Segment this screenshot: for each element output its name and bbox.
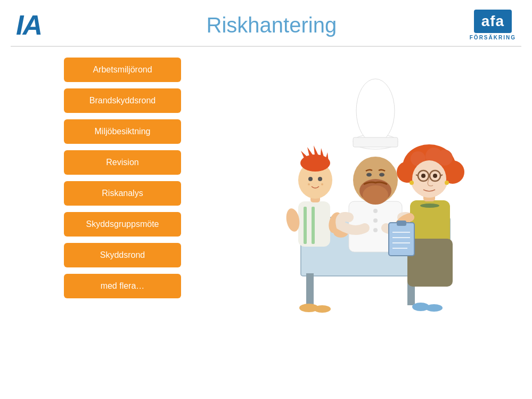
svg-rect-37 xyxy=(389,223,414,256)
afa-badge: afa xyxy=(474,10,512,33)
svg-rect-5 xyxy=(312,207,315,244)
svg-rect-1 xyxy=(306,273,314,305)
afa-subtitle: FÖRSÄKRING xyxy=(470,35,516,40)
illustration xyxy=(248,63,471,319)
svg-point-62 xyxy=(314,305,331,313)
svg-point-64 xyxy=(425,304,443,312)
svg-point-18 xyxy=(318,177,322,181)
svg-point-33 xyxy=(379,173,384,177)
svg-point-22 xyxy=(356,79,395,143)
svg-point-19 xyxy=(308,183,310,185)
svg-point-59 xyxy=(410,181,414,185)
svg-point-60 xyxy=(445,181,449,185)
page-title: Riskhantering xyxy=(42,13,470,37)
button-miljobesiktning[interactable]: Miljöbesiktning xyxy=(64,119,181,144)
svg-point-17 xyxy=(308,177,313,181)
svg-point-27 xyxy=(373,228,378,232)
main-content: Arbetsmiljörond Brandskyddsrond Miljöbes… xyxy=(0,47,532,335)
svg-point-32 xyxy=(366,173,372,177)
button-brandskydds[interactable]: Brandskyddsrond xyxy=(64,88,181,113)
svg-rect-38 xyxy=(397,221,406,226)
svg-point-20 xyxy=(321,183,323,185)
svg-point-57 xyxy=(421,174,425,178)
svg-point-35 xyxy=(420,203,439,208)
illustration-area xyxy=(202,58,516,324)
afa-logo: afa FÖRSÄKRING xyxy=(470,10,516,40)
svg-point-50 xyxy=(437,150,453,166)
button-skyddsrond[interactable]: Skyddsrond xyxy=(64,243,181,267)
svg-point-58 xyxy=(433,174,437,178)
ia-logo: IA xyxy=(16,11,42,39)
button-riskanalys[interactable]: Riskanalys xyxy=(64,181,181,206)
header: IA Riskhantering afa FÖRSÄKRING xyxy=(0,0,532,46)
svg-point-31 xyxy=(363,185,388,205)
svg-rect-23 xyxy=(353,137,398,147)
svg-point-25 xyxy=(373,209,378,213)
button-revision[interactable]: Revision xyxy=(64,150,181,175)
button-skyddsgrupp[interactable]: Skyddsgruppsmöte xyxy=(64,212,181,237)
menu-buttons: Arbetsmiljörond Brandskyddsrond Miljöbes… xyxy=(64,58,181,298)
button-med-flera[interactable]: med flera… xyxy=(64,274,181,298)
svg-marker-15 xyxy=(320,148,325,161)
svg-point-26 xyxy=(373,218,378,223)
svg-rect-4 xyxy=(304,207,307,244)
button-arbetsmiljo[interactable]: Arbetsmiljörond xyxy=(64,58,181,82)
